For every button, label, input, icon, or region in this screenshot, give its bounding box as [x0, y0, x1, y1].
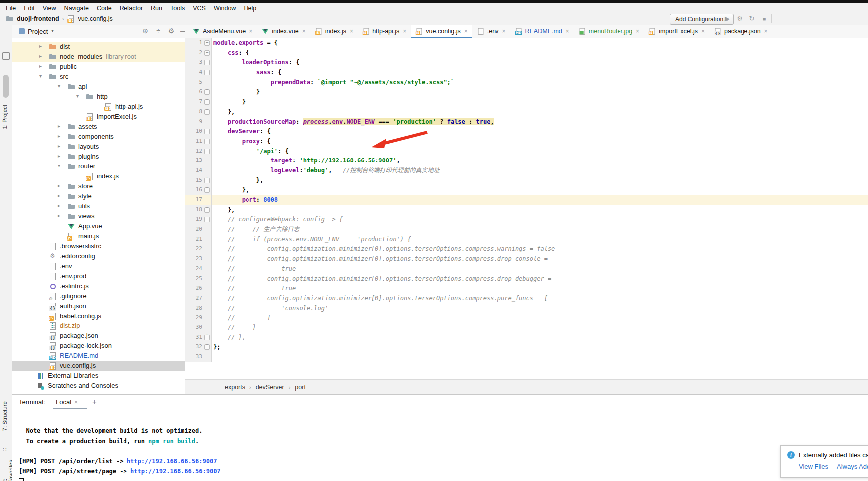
editor-tab-importExcel.js[interactable]: importExcel.js×: [644, 25, 709, 38]
code-line-30[interactable]: 30 // }: [185, 323, 868, 333]
chevron-right-icon[interactable]: ▸: [58, 153, 60, 159]
tool-window-icon[interactable]: [2, 52, 10, 60]
chevron-right-icon[interactable]: ▸: [58, 143, 60, 149]
code-line-9[interactable]: 9 productionSourceMap: process.env.NODE_…: [185, 117, 868, 127]
tree-item-http-api.js[interactable]: http-api.js: [12, 102, 185, 112]
editor-tab-.env[interactable]: .env×: [472, 25, 510, 38]
locate-icon[interactable]: ⊕: [140, 27, 150, 35]
tree-item-auth.json[interactable]: auth.json: [12, 301, 185, 311]
code-line-20[interactable]: 20 // // 生产去除日志: [185, 225, 868, 235]
editor-tab-index.js[interactable]: index.js×: [310, 25, 358, 38]
editor-breadcrumb-exports[interactable]: exports: [225, 384, 245, 391]
fold-marker-icon[interactable]: ˆ: [204, 187, 210, 193]
tree-item-node_modules[interactable]: ▸node_moduleslibrary root: [12, 52, 185, 62]
code-line-13[interactable]: 13 target: 'http://192.168.66.56:9007',: [185, 156, 868, 166]
editor-tab-menuRouter.jpg[interactable]: menuRouter.jpg×: [574, 25, 644, 38]
menu-code[interactable]: Code: [93, 5, 116, 12]
code-line-21[interactable]: 21 // if (process.env.NODE_ENV === 'prod…: [185, 235, 868, 245]
editor-tab-vue.config.js[interactable]: vue.config.js×: [411, 25, 472, 38]
view-files-link[interactable]: View Files: [799, 463, 828, 470]
settings-icon[interactable]: ⚙: [735, 14, 744, 24]
menu-run[interactable]: Run: [147, 5, 166, 12]
code-line-4[interactable]: 4− sass: {: [185, 68, 868, 78]
editor-breadcrumb-devServer[interactable]: devServer: [256, 384, 284, 391]
chevron-right-icon[interactable]: ▸: [58, 213, 60, 218]
tree-item-importExcel.js[interactable]: importExcel.js: [12, 112, 185, 122]
chevron-down-icon[interactable]: ▾: [51, 28, 54, 33]
code-line-15[interactable]: 15ˆ },: [185, 176, 868, 186]
code-line-23[interactable]: 23 // config.optimization.minimizer[0].o…: [185, 254, 868, 264]
fold-marker-icon[interactable]: ˆ: [204, 109, 210, 115]
code-line-22[interactable]: 22 // config.optimization.minimizer[0].o…: [185, 244, 868, 254]
new-terminal-icon[interactable]: +: [92, 397, 97, 406]
chevron-right-icon[interactable]: ▸: [39, 63, 42, 69]
fold-marker-icon[interactable]: −: [204, 60, 210, 65]
fold-marker-icon[interactable]: −: [204, 217, 210, 222]
code-line-18[interactable]: 18ˆ },: [185, 205, 868, 215]
tree-item-README.md[interactable]: README.md: [12, 351, 185, 361]
close-icon[interactable]: ×: [302, 28, 306, 35]
code-line-19[interactable]: 19− // configureWebpack: config => {: [185, 215, 868, 225]
code-line-24[interactable]: 24 // true: [185, 264, 868, 274]
code-line-1[interactable]: 1−module.exports = {: [185, 38, 868, 48]
fold-marker-icon[interactable]: −: [204, 149, 210, 154]
chevron-down-icon[interactable]: ▾: [76, 93, 79, 99]
chevron-right-icon[interactable]: ▸: [58, 193, 60, 198]
tree-item-.browserslistrc[interactable]: .browserslistrc: [12, 241, 185, 251]
tree-item-index.js[interactable]: index.js: [12, 171, 185, 181]
fold-marker-icon[interactable]: ˆ: [204, 89, 210, 95]
code-line-11[interactable]: 11− proxy: {: [185, 137, 868, 147]
tree-item-views[interactable]: ▸views: [12, 211, 185, 221]
editor-tab-package.json[interactable]: package.json×: [709, 25, 772, 38]
fold-marker-icon[interactable]: ˆ: [204, 344, 210, 350]
chevron-down-icon[interactable]: ▾: [58, 83, 60, 89]
editor-tab-README.md[interactable]: README.md×: [510, 25, 574, 38]
chevron-right-icon[interactable]: ▸: [58, 133, 60, 139]
fold-marker-icon[interactable]: ˆ: [204, 207, 210, 213]
close-icon[interactable]: ×: [403, 28, 406, 35]
close-icon[interactable]: ×: [74, 399, 78, 406]
fold-marker-icon[interactable]: −: [204, 139, 210, 144]
code-line-28[interactable]: 28 // 'console.log': [185, 304, 868, 314]
breadcrumb-project[interactable]: duoji-frontend: [17, 15, 59, 22]
menu-view[interactable]: View: [39, 5, 60, 12]
fold-marker-icon[interactable]: ˆ: [204, 178, 210, 183]
code-line-27[interactable]: 27 // config.optimization.minimizer[0].o…: [185, 294, 868, 304]
tree-item-style[interactable]: ▸style: [12, 191, 185, 201]
tree-item-src[interactable]: ▾src: [12, 72, 185, 82]
tree-item-.env[interactable]: .env: [12, 261, 185, 271]
terminal-link[interactable]: http://192.168.66.56:9007: [130, 468, 221, 475]
tree-item-package-lock.json[interactable]: package-lock.json: [12, 341, 185, 351]
project-panel-title[interactable]: Project: [28, 28, 48, 35]
tree-item-External Libraries[interactable]: External Libraries: [12, 371, 185, 381]
stripe-handle[interactable]: [3, 75, 9, 98]
fold-marker-icon[interactable]: −: [204, 129, 210, 134]
code-line-31[interactable]: 31ˆ // },: [185, 333, 868, 343]
code-line-12[interactable]: 12− '/api': {: [185, 147, 868, 157]
code-line-33[interactable]: 33: [185, 352, 868, 362]
stop-icon[interactable]: ■: [759, 14, 769, 24]
fold-marker-icon[interactable]: ˆ: [204, 335, 210, 340]
terminal-link[interactable]: http://192.168.66.56:9007: [127, 458, 217, 465]
tree-item-.env.prod[interactable]: .env.prod: [12, 271, 185, 281]
code-line-16[interactable]: 16ˆ },: [185, 185, 868, 195]
tree-item-.gitignore[interactable]: .gitignore: [12, 291, 185, 301]
code-line-3[interactable]: 3− loaderOptions: {: [185, 58, 868, 68]
tree-item-.eslintrc.js[interactable]: .eslintrc.js: [12, 281, 185, 291]
tree-item-Scratches and Consoles[interactable]: Scratches and Consoles: [12, 381, 185, 391]
tree-item-layouts[interactable]: ▸layouts: [12, 142, 185, 152]
tree-item-dist[interactable]: ▸dist: [12, 42, 185, 52]
stripe-project-label[interactable]: 1: Project: [2, 105, 8, 129]
tree-item-store[interactable]: ▸store: [12, 181, 185, 191]
menu-navigate[interactable]: Navigate: [60, 5, 93, 12]
tree-item-router[interactable]: ▾router: [12, 161, 185, 171]
tree-item-http[interactable]: ▾http: [12, 92, 185, 102]
code-line-2[interactable]: 2− css: {: [185, 48, 868, 58]
menu-refactor[interactable]: Refactor: [116, 5, 147, 12]
run-icon[interactable]: ▶: [722, 14, 732, 24]
always-add-link[interactable]: Always Add: [837, 463, 868, 470]
structure-icon[interactable]: ∷: [3, 446, 7, 453]
editor-tab-http-api.js[interactable]: http-api.js×: [358, 25, 411, 38]
code-line-17[interactable]: 17 port: 8008: [185, 195, 868, 205]
close-icon[interactable]: ×: [502, 28, 505, 35]
